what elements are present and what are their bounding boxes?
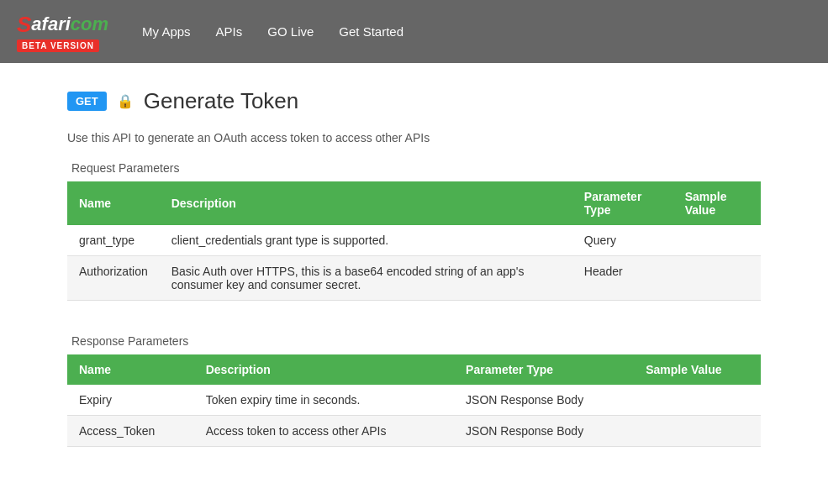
table-row: Authorization Basic Auth over HTTPS, thi… — [67, 256, 761, 301]
cell-description: client_credentials grant type is support… — [160, 225, 572, 256]
cell-name: Expiry — [67, 385, 194, 416]
response-parameters-table: Name Description Parameter Type Sample V… — [67, 354, 761, 447]
request-parameters-table: Name Description Parameter Type Sample V… — [67, 181, 761, 301]
cell-description: Token expiry time in seconds. — [194, 385, 454, 416]
page-header: GET 🔒 Generate Token — [67, 88, 761, 114]
lock-icon: 🔒 — [117, 93, 134, 109]
request-parameters-section: Request Parameters Name Description Para… — [67, 161, 761, 301]
nav-apis[interactable]: APIs — [216, 24, 243, 39]
navigation: S afaricom BETA VERSION My Apps APIs GO … — [0, 0, 828, 63]
cell-sample-value — [673, 225, 761, 256]
col-description-header: Description — [160, 181, 572, 225]
table-row: Access_Token Access token to access othe… — [67, 416, 761, 447]
response-section-label: Response Parameters — [67, 334, 761, 348]
table-row: grant_type client_credentials grant type… — [67, 225, 761, 256]
nav-links: My Apps APIs GO Live Get Started — [142, 24, 403, 39]
table-header-row: Name Description Parameter Type Sample V… — [67, 181, 761, 225]
table-row: Expiry Token expiry time in seconds. JSO… — [67, 385, 761, 416]
logo-safari-text: afari — [31, 13, 70, 35]
nav-my-apps[interactable]: My Apps — [142, 24, 191, 39]
cell-name: grant_type — [67, 225, 160, 256]
col-sample-value-header: Sample Value — [634, 354, 761, 385]
page-description: Use this API to generate an OAuth access… — [67, 131, 761, 144]
cell-param-type: Header — [572, 256, 673, 301]
cell-name: Authorization — [67, 256, 160, 301]
logo-s-icon: S — [17, 12, 31, 38]
logo-com-text: com — [71, 13, 108, 35]
cell-sample-value — [673, 256, 761, 301]
request-section-label: Request Parameters — [67, 161, 761, 175]
col-param-type-header: Parameter Type — [572, 181, 673, 225]
cell-param-type: JSON Response Body — [454, 416, 634, 447]
main-content: GET 🔒 Generate Token Use this API to gen… — [0, 63, 828, 504]
nav-go-live[interactable]: GO Live — [267, 24, 314, 39]
get-badge: GET — [67, 92, 107, 111]
page-title: Generate Token — [144, 88, 299, 114]
nav-get-started[interactable]: Get Started — [339, 24, 403, 39]
table-header-row: Name Description Parameter Type Sample V… — [67, 354, 761, 385]
cell-description: Basic Auth over HTTPS, this is a base64 … — [160, 256, 572, 301]
beta-badge: BETA VERSION — [17, 39, 99, 52]
logo[interactable]: S afaricom BETA VERSION — [17, 12, 108, 52]
cell-param-type: Query — [572, 225, 673, 256]
col-sample-value-header: Sample Value — [673, 181, 761, 225]
cell-param-type: JSON Response Body — [454, 385, 634, 416]
col-param-type-header: Parameter Type — [454, 354, 634, 385]
col-name-header: Name — [67, 181, 160, 225]
cell-sample-value — [634, 385, 761, 416]
col-name-header: Name — [67, 354, 194, 385]
cell-name: Access_Token — [67, 416, 194, 447]
response-parameters-section: Response Parameters Name Description Par… — [67, 334, 761, 447]
cell-sample-value — [634, 416, 761, 447]
col-description-header: Description — [194, 354, 454, 385]
cell-description: Access token to access other APIs — [194, 416, 454, 447]
